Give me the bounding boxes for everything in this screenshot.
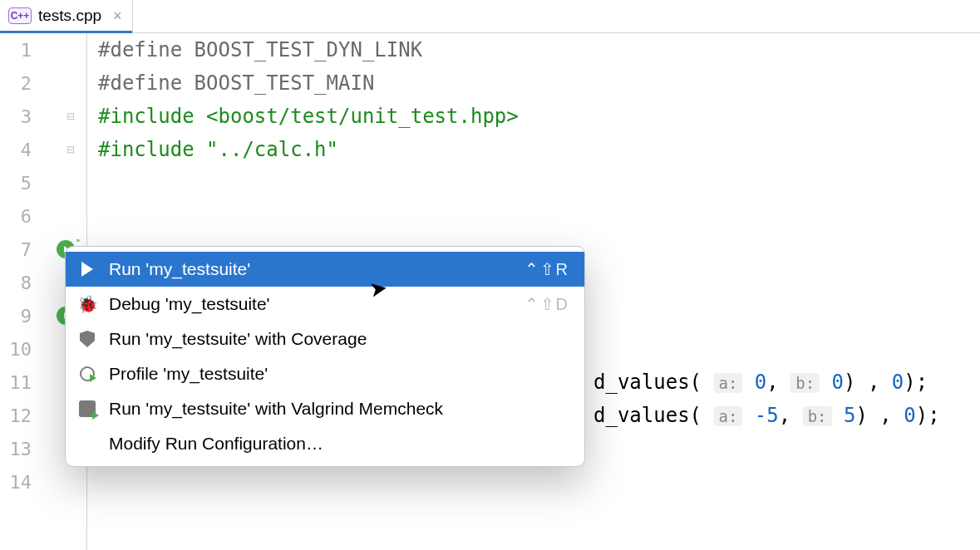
menu-label: Run 'my_testsuite' with Coverage [109, 329, 367, 349]
line-number: 10 [0, 339, 37, 360]
param-hint: a: [714, 406, 743, 426]
keyword: #define [98, 71, 195, 95]
line-number: 2 [0, 73, 37, 94]
number-literal: 0 [820, 371, 844, 394]
tab-filename: tests.cpp [38, 7, 101, 25]
include-directive: #include [98, 138, 206, 161]
number-literal: 0 [742, 371, 766, 394]
coverage-icon [77, 329, 97, 349]
menu-item-modify-config[interactable]: Modify Run Configuration… [66, 426, 584, 461]
shortcut: ⌃⇧R [524, 259, 569, 279]
menu-item-valgrind[interactable]: Run 'my_testsuite' with Valgrind Memchec… [66, 391, 584, 426]
line-number: 11 [0, 372, 37, 393]
close-icon[interactable]: × [113, 7, 122, 25]
line-number: 1 [0, 40, 37, 61]
line-number: 3 [0, 106, 37, 127]
include-path: boost/test/unit_test.hpp [219, 105, 507, 128]
line-number: 8 [0, 273, 37, 293]
menu-item-debug[interactable]: 🐞 Debug 'my_testsuite' ⌃⇧D [66, 287, 584, 322]
tab-tests-cpp[interactable]: C++ tests.cpp × [0, 0, 133, 32]
number-literal: 0 [904, 404, 915, 427]
menu-label: Run 'my_testsuite' [109, 259, 250, 279]
menu-item-run[interactable]: Run 'my_testsuite' ⌃⇧R [66, 252, 584, 287]
keyword: #define [98, 38, 195, 61]
profile-icon [77, 364, 97, 384]
fold-marker-icon[interactable]: ⊟ [66, 144, 75, 155]
macro-name: BOOST_TEST_DYN_LINK [195, 38, 423, 61]
menu-label: Profile 'my_testsuite' [109, 364, 268, 384]
run-icon [77, 259, 97, 279]
line-number: 6 [0, 206, 37, 227]
number-literal: 5 [832, 404, 856, 427]
param-hint: a: [714, 373, 743, 393]
context-menu: Run 'my_testsuite' ⌃⇧R 🐞 Debug 'my_tests… [65, 246, 585, 467]
menu-label: Run 'my_testsuite' with Valgrind Memchec… [109, 399, 443, 419]
line-number: 7 [0, 239, 37, 260]
line-number: 9 [0, 306, 37, 327]
blank-icon [77, 434, 97, 454]
line-number: 4 [0, 140, 37, 160]
menu-label: Debug 'my_testsuite' [109, 294, 270, 314]
include-path: "../calc.h" [206, 138, 338, 161]
line-number: 5 [0, 173, 37, 194]
number-literal: 0 [892, 371, 904, 394]
line-number: 13 [0, 439, 37, 459]
menu-item-coverage[interactable]: Run 'my_testsuite' with Coverage [66, 322, 584, 356]
code-text: d_values( [593, 404, 714, 427]
line-number: 14 [0, 472, 37, 493]
menu-item-profile[interactable]: Profile 'my_testsuite' [66, 356, 584, 391]
line-number: 12 [0, 405, 37, 426]
fold-marker-icon[interactable]: ⊟ [66, 110, 75, 122]
bug-icon: 🐞 [77, 294, 97, 314]
number-literal: -5 [742, 404, 778, 427]
valgrind-icon [77, 399, 97, 419]
param-hint: b: [790, 373, 820, 393]
param-hint: b: [803, 406, 832, 426]
code-text: d_values( [593, 371, 714, 394]
include-directive: #include [98, 105, 206, 128]
cpp-file-icon: C++ [8, 7, 32, 24]
menu-label: Modify Run Configuration… [109, 434, 323, 454]
shortcut: ⌃⇧D [524, 294, 569, 314]
macro-name: BOOST_TEST_MAIN [195, 71, 375, 95]
tab-bar: C++ tests.cpp × [0, 0, 980, 33]
